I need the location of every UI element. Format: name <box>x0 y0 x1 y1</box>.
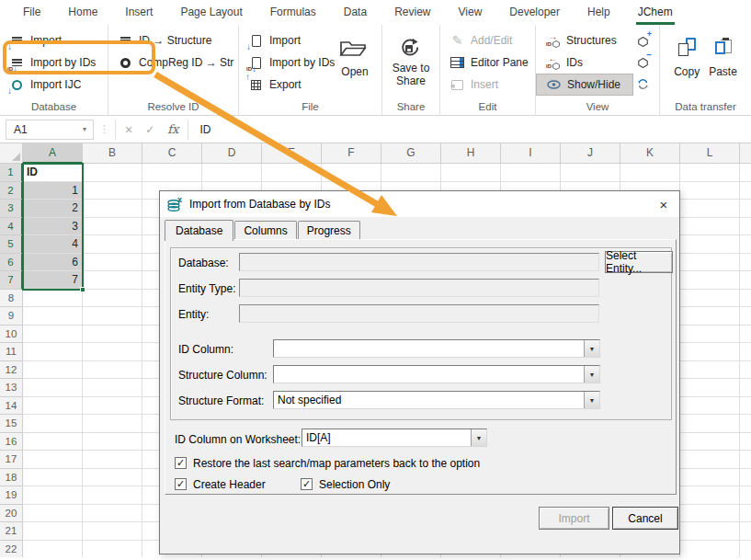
tab-page-layout[interactable]: Page Layout <box>166 0 256 25</box>
fill-handle[interactable] <box>80 287 85 292</box>
cell-E1[interactable] <box>262 164 322 182</box>
cell-A17[interactable] <box>23 451 83 469</box>
row-header-17[interactable]: 17 <box>0 451 23 469</box>
cell-L20[interactable] <box>680 505 740 523</box>
restore-checkbox[interactable]: ✓ <box>175 457 187 469</box>
cell-B12[interactable] <box>83 361 142 380</box>
cell-G1[interactable] <box>381 164 441 182</box>
insert-function-icon[interactable]: fx <box>167 122 178 136</box>
row-header-14[interactable]: 14 <box>0 397 23 416</box>
selection-only-checkbox[interactable]: ✓ <box>301 478 313 490</box>
name-box-dropdown-icon[interactable] <box>76 125 93 133</box>
cell-A2[interactable]: 1 <box>23 182 83 200</box>
row-header-13[interactable]: 13 <box>0 379 23 397</box>
row-header-15[interactable]: 15 <box>0 415 23 433</box>
tab-insert[interactable]: Insert <box>111 0 166 25</box>
select-entity-button[interactable]: Select Entity... <box>605 251 673 273</box>
tab-data[interactable]: Data <box>330 0 381 25</box>
cell-L18[interactable] <box>680 469 740 487</box>
cell-B9[interactable] <box>83 307 142 326</box>
cell-B20[interactable] <box>83 505 142 523</box>
remove-structure-button[interactable]: − <box>633 53 652 72</box>
cell-B5[interactable] <box>83 235 142 254</box>
cell-B1[interactable] <box>83 164 142 182</box>
col-header-K[interactable]: K <box>620 143 680 164</box>
row-header-4[interactable]: 4 <box>0 218 23 236</box>
cell-A10[interactable] <box>23 326 83 344</box>
db-import-by-ids-button[interactable]: ID↓ Import by IDs <box>0 51 108 74</box>
dialog-tab-database[interactable]: Database <box>165 220 233 241</box>
col-header-B[interactable]: B <box>83 143 142 164</box>
col-header-L[interactable]: L <box>680 143 740 164</box>
row-header-9[interactable]: 9 <box>0 307 23 326</box>
db-import-button[interactable]: ↓ Import <box>0 29 108 51</box>
cell-B10[interactable] <box>83 326 142 344</box>
cell-B19[interactable] <box>83 486 142 505</box>
cell-B11[interactable] <box>83 343 142 361</box>
cell-L9[interactable] <box>680 307 740 326</box>
row-header-20[interactable]: 20 <box>0 505 23 523</box>
cell-B16[interactable] <box>83 433 142 451</box>
cell-A18[interactable] <box>23 469 83 487</box>
cell-L11[interactable] <box>680 343 740 361</box>
cell-A4[interactable]: 3 <box>23 218 83 236</box>
cell-L21[interactable] <box>680 522 740 541</box>
col-header-G[interactable]: G <box>381 143 441 164</box>
cell-B2[interactable] <box>83 182 142 200</box>
cell-L4[interactable] <box>680 218 740 236</box>
tab-help[interactable]: Help <box>574 0 624 25</box>
cell-A20[interactable] <box>23 505 83 523</box>
confirm-entry-icon[interactable] <box>145 123 154 136</box>
cell-L10[interactable] <box>680 326 740 344</box>
tab-formulas[interactable]: Formulas <box>256 0 330 25</box>
cell-A6[interactable]: 6 <box>23 254 83 272</box>
row-header-8[interactable]: 8 <box>0 290 23 308</box>
row-header-12[interactable]: 12 <box>0 361 23 380</box>
id-column-combo[interactable] <box>273 339 600 358</box>
close-icon[interactable]: × <box>648 191 679 217</box>
tab-developer[interactable]: Developer <box>495 0 574 25</box>
dropdown-arrow-icon[interactable] <box>471 429 486 446</box>
cell-H1[interactable] <box>441 164 501 182</box>
cell-B8[interactable] <box>83 290 142 308</box>
col-header-C[interactable]: C <box>142 143 202 164</box>
cell-B17[interactable] <box>83 451 142 469</box>
db-import-ijc-button[interactable]: ↓ Import IJC <box>0 74 108 96</box>
cell-F1[interactable] <box>322 164 381 182</box>
cell-L15[interactable] <box>680 415 740 433</box>
editor-pane-button[interactable]: Editor Pane <box>440 51 535 74</box>
cell-I1[interactable] <box>501 164 561 182</box>
create-header-checkbox[interactable]: ✓ <box>175 478 187 490</box>
row-header-22[interactable]: 22 <box>0 541 23 558</box>
structure-column-combo[interactable] <box>273 365 600 383</box>
cell-L1[interactable] <box>680 164 740 182</box>
cell-A1[interactable]: ID <box>23 164 83 182</box>
cell-B7[interactable] <box>83 271 142 290</box>
id-column-on-worksheet-combo[interactable]: ID[A] <box>302 429 487 447</box>
row-header-16[interactable]: 16 <box>0 433 23 451</box>
cell-A13[interactable] <box>23 379 83 397</box>
cell-D1[interactable] <box>202 164 262 182</box>
cell-A12[interactable] <box>23 361 83 380</box>
cell-L3[interactable] <box>680 200 740 218</box>
file-export-button[interactable]: ↑ Export <box>239 74 331 96</box>
file-import-button[interactable]: ↓ Import <box>239 29 331 51</box>
col-header-D[interactable]: D <box>202 143 262 164</box>
view-ids-button[interactable]: ←ID IDs <box>536 51 633 74</box>
cell-A7[interactable]: 7 <box>23 271 83 290</box>
row-header-6[interactable]: 6 <box>0 254 23 272</box>
save-to-share-button[interactable]: Save to Share <box>382 29 439 87</box>
tab-review[interactable]: Review <box>381 0 444 25</box>
formula-input[interactable]: ID <box>188 120 751 140</box>
col-header-A[interactable]: A <box>23 143 83 164</box>
col-header-H[interactable]: H <box>441 143 501 164</box>
cell-L2[interactable] <box>680 182 740 200</box>
open-button[interactable]: Open <box>331 29 379 96</box>
cell-L12[interactable] <box>680 361 740 380</box>
dialog-tab-progress[interactable]: Progress <box>298 221 360 240</box>
row-header-2[interactable]: 2 <box>0 182 23 200</box>
row-header-11[interactable]: 11 <box>0 343 23 361</box>
compreg-id-to-str-button[interactable]: CompReg ID → Str <box>108 51 238 74</box>
cell-B14[interactable] <box>83 397 142 416</box>
row-header-1[interactable]: 1 <box>0 164 23 182</box>
